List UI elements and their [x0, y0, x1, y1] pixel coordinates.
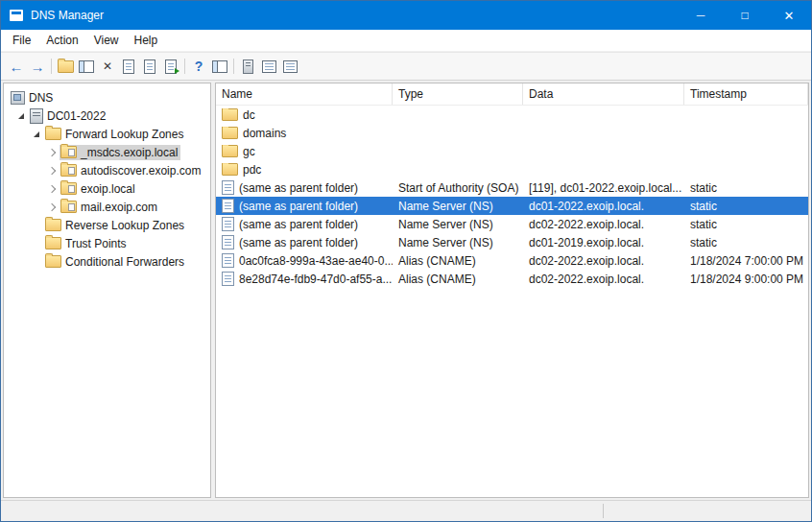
- cell-timestamp: static: [684, 218, 808, 231]
- tree-item-dc01-2022[interactable]: DC01-2022: [4, 107, 210, 125]
- tree-item-mail-exoip-com[interactable]: mail.exoip.com: [4, 198, 210, 216]
- console-panes-icon: [79, 60, 94, 73]
- help-icon: ?: [195, 59, 203, 73]
- close-button[interactable]: ✕: [767, 1, 811, 30]
- forward-button[interactable]: →: [27, 56, 48, 77]
- cell-type: Alias (CNAME): [393, 273, 523, 286]
- dns-record-icon: [222, 253, 234, 268]
- column-header-name[interactable]: Name: [216, 83, 393, 105]
- minimize-button[interactable]: ─: [679, 1, 723, 30]
- menu-action[interactable]: Action: [38, 31, 85, 50]
- zone-icon: [60, 164, 77, 177]
- table-row[interactable]: pdc: [216, 160, 808, 178]
- console-tree-pane: DNS DC01-2022 Forward Lookup Zones _msdc…: [3, 83, 211, 498]
- tree-item-reverse-lookup-zones[interactable]: Reverse Lookup Zones: [4, 216, 210, 234]
- expander-icon[interactable]: [44, 150, 60, 155]
- detail-list-icon: [283, 60, 298, 73]
- cell-type: Name Server (NS): [393, 218, 523, 231]
- cell-type: Alias (CNAME): [393, 254, 523, 268]
- properties-button[interactable]: [118, 56, 139, 77]
- tree-item-label: Conditional Forwarders: [61, 255, 184, 269]
- cell-data: [119], dc01-2022.exoip.local...: [523, 181, 684, 195]
- tree-item-conditional-forwarders[interactable]: Conditional Forwarders: [4, 252, 210, 271]
- table-row[interactable]: 0ac0fca8-999a-43ae-ae40-0... Alias (CNAM…: [216, 251, 808, 270]
- cell-name: (same as parent folder): [239, 200, 358, 213]
- cell-name: 0ac0fca8-999a-43ae-ae40-0...: [239, 254, 393, 268]
- table-row[interactable]: 8e28d74e-fdb9-47d0-af55-a... Alias (CNAM…: [216, 270, 808, 288]
- refresh-button[interactable]: [139, 56, 160, 77]
- minimize-icon: ─: [697, 9, 705, 22]
- column-header-timestamp[interactable]: Timestamp: [684, 83, 808, 105]
- cell-type: Name Server (NS): [393, 200, 523, 213]
- export-list-button[interactable]: [160, 56, 181, 77]
- expander-icon[interactable]: [29, 131, 44, 137]
- expander-icon[interactable]: [44, 168, 60, 174]
- column-header-data[interactable]: Data: [523, 83, 684, 105]
- cell-name: pdc: [243, 163, 261, 177]
- table-row-selected[interactable]: (same as parent folder) Name Server (NS)…: [216, 197, 808, 215]
- folder-icon: [222, 108, 238, 121]
- show-hide-console-tree-button[interactable]: [76, 56, 97, 77]
- folder-up-icon: [58, 60, 74, 73]
- cell-data: dc01-2019.exoip.local.: [523, 236, 684, 249]
- cell-timestamp: static: [684, 200, 808, 213]
- list-header: Name Type Data Timestamp: [216, 83, 808, 106]
- cell-timestamp: 1/18/2024 9:00:00 PM: [684, 273, 808, 286]
- back-icon: ←: [10, 59, 24, 74]
- window-title: DNS Manager: [31, 9, 104, 22]
- toolbar: ← → ✕ ?: [1, 52, 811, 81]
- menu-view[interactable]: View: [86, 31, 127, 50]
- list-box-icon: [262, 60, 276, 73]
- cell-type: Name Server (NS): [393, 236, 523, 249]
- tree-item-label: DC01-2022: [43, 109, 106, 123]
- expander-icon[interactable]: [44, 204, 60, 210]
- folder-icon: [45, 255, 61, 268]
- dns-record-icon: [222, 272, 234, 286]
- expander-icon[interactable]: [44, 186, 60, 192]
- menu-bar: File Action View Help: [1, 30, 811, 52]
- help-button[interactable]: ?: [188, 56, 209, 77]
- toolbar-separator: [51, 59, 52, 74]
- tree-item-forward-lookup-zones[interactable]: Forward Lookup Zones: [4, 125, 210, 143]
- table-row[interactable]: (same as parent folder) Name Server (NS)…: [216, 215, 808, 233]
- tree-item-autodiscover-exoip-com[interactable]: autodiscover.exoip.com: [4, 161, 210, 179]
- table-row[interactable]: dc: [216, 106, 808, 124]
- menu-file[interactable]: File: [5, 31, 38, 50]
- dns-manager-window: DNS Manager ─ □ ✕ File Action View Help …: [0, 0, 812, 522]
- folder-icon: [222, 145, 238, 157]
- cell-data: dc02-2022.exoip.local.: [523, 273, 684, 286]
- tree-item-label: mail.exoip.com: [77, 201, 157, 214]
- status-bar-divider: [603, 504, 604, 518]
- action-pane-icon: [212, 60, 227, 73]
- maximize-button[interactable]: □: [723, 1, 767, 30]
- status-bar: [1, 500, 811, 521]
- table-row[interactable]: domains: [216, 124, 808, 142]
- tree-item-dns[interactable]: DNS: [4, 88, 210, 107]
- refresh-icon: [144, 59, 155, 74]
- table-row[interactable]: (same as parent folder) Start of Authori…: [216, 178, 808, 197]
- cell-name: (same as parent folder): [239, 218, 358, 231]
- table-row[interactable]: (same as parent folder) Name Server (NS)…: [216, 233, 808, 251]
- server-icon: [30, 108, 43, 124]
- tree-item-label: exoip.local: [77, 182, 135, 196]
- cell-timestamp: static: [684, 236, 808, 249]
- up-one-level-button[interactable]: [55, 56, 76, 77]
- dns-record-icon: [222, 199, 234, 213]
- dns-record-icon: [222, 235, 234, 249]
- table-row[interactable]: gc: [216, 142, 808, 160]
- folder-icon: [45, 237, 61, 249]
- column-header-type[interactable]: Type: [393, 83, 523, 105]
- toolbar-list-button[interactable]: [258, 56, 279, 77]
- back-button[interactable]: ←: [6, 56, 27, 77]
- tree-item-trust-points[interactable]: Trust Points: [4, 234, 210, 252]
- toolbar-server-button[interactable]: [237, 56, 258, 77]
- expander-icon[interactable]: [13, 113, 29, 119]
- toolbar-details-button[interactable]: [279, 56, 300, 77]
- show-hide-action-pane-button[interactable]: [209, 56, 230, 77]
- menu-help[interactable]: Help: [127, 31, 166, 50]
- folder-icon: [222, 127, 238, 139]
- forward-icon: →: [31, 59, 45, 74]
- tree-item-exoip-local[interactable]: exoip.local: [4, 179, 210, 198]
- tree-item-msdcs-exoip-local[interactable]: _msdcs.exoip.local: [4, 143, 210, 161]
- delete-button[interactable]: ✕: [97, 56, 118, 77]
